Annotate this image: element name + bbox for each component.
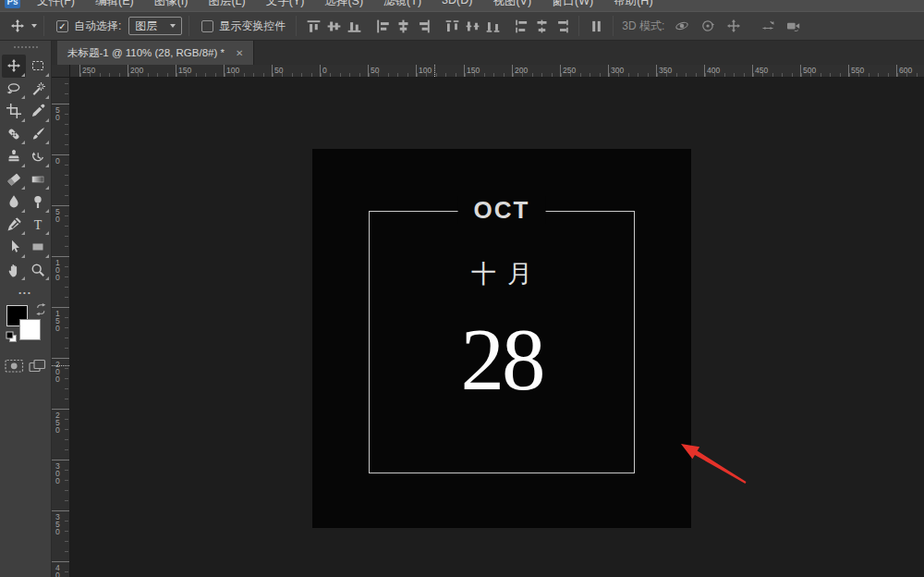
ruler-label: 100 — [419, 66, 432, 75]
distribute-bottom-icon[interactable] — [482, 16, 503, 36]
ruler-label: 0 — [322, 66, 327, 75]
tool-flyout-indicator — [45, 141, 49, 144]
menu-item[interactable]: 文件(F) — [27, 0, 85, 11]
align-top-icon[interactable] — [303, 16, 323, 36]
show-transform-checkbox[interactable] — [201, 20, 213, 32]
quick-mask-icon[interactable] — [5, 358, 24, 377]
ruler-tick — [79, 65, 80, 77]
rect-marquee-tool[interactable] — [26, 55, 50, 78]
color-swatches — [6, 302, 46, 347]
menu-item[interactable]: 图像(I) — [144, 0, 199, 11]
tool-flyout-indicator — [45, 254, 49, 258]
menu-item[interactable]: 编辑(E) — [85, 0, 144, 11]
hand-tool[interactable] — [2, 259, 26, 282]
ruler-label: 50 — [55, 208, 60, 223]
distribute-horizontal-center-icon[interactable] — [531, 16, 552, 36]
ruler-position-marker — [52, 365, 69, 366]
horizontal-ruler[interactable]: 2502001501005005010015020025030035040045… — [70, 65, 924, 78]
brush-tool[interactable] — [26, 123, 50, 146]
swap-colors-icon[interactable] — [35, 302, 46, 319]
align-horizontal-center-icon[interactable] — [393, 16, 413, 36]
dodge-tool[interactable] — [26, 190, 50, 214]
ruler-label: 250 — [82, 66, 95, 75]
move-tool[interactable] — [2, 55, 26, 78]
tool-flyout-indicator — [45, 164, 49, 167]
clone-stamp-tool[interactable] — [2, 145, 26, 168]
align-bottom-icon[interactable] — [344, 16, 364, 36]
panel-grip[interactable] — [14, 46, 38, 48]
ruler-tick — [800, 65, 801, 77]
auto-select-label: 自动选择: — [74, 18, 121, 34]
ruler-tick — [368, 65, 369, 77]
ruler-label: 250 — [55, 411, 60, 434]
pen-tool[interactable] — [2, 214, 26, 237]
tool-flyout-indicator — [21, 186, 25, 190]
align-vertical-center-icon[interactable] — [323, 16, 344, 36]
align-right-icon[interactable] — [413, 16, 433, 36]
ruler-tick — [416, 65, 417, 77]
distribute-right-icon[interactable] — [552, 16, 572, 36]
3d-pan-icon[interactable] — [723, 16, 744, 36]
menu-item[interactable]: 滤镜(T) — [373, 0, 432, 11]
eyedropper-tool[interactable] — [26, 100, 50, 123]
mode-3d-tools — [672, 16, 804, 36]
distribute-spacing-icon[interactable] — [586, 16, 606, 36]
ruler-tick — [52, 256, 69, 257]
distribute-vertical-center-icon[interactable] — [462, 16, 482, 36]
menu-item[interactable]: 文字(Y) — [256, 0, 315, 11]
tool-grid: T — [0, 55, 51, 281]
separator — [188, 16, 189, 36]
blur-tool[interactable] — [2, 190, 26, 214]
chevron-down-icon[interactable] — [31, 24, 37, 28]
align-left-icon[interactable] — [372, 16, 393, 36]
tool-flyout-indicator — [21, 118, 25, 122]
menu-item[interactable]: 选择(S) — [314, 0, 373, 11]
menu-item[interactable]: 3D(D) — [432, 0, 482, 11]
zoom-tool[interactable] — [26, 259, 50, 282]
ruler-label: 0 — [55, 157, 60, 165]
menu-item[interactable]: 视图(V) — [482, 0, 541, 11]
default-colors-icon[interactable] — [6, 330, 18, 347]
menu-item[interactable]: 帮助(H) — [603, 0, 663, 11]
move-tool-icon[interactable] — [7, 16, 28, 36]
canvas-pane[interactable]: OCT 十月 28 — [70, 78, 924, 577]
ruler-tick — [52, 561, 69, 562]
menu-item[interactable]: 图层(L) — [198, 0, 255, 11]
path-select-tool[interactable] — [2, 236, 26, 259]
ruler-label: 600 — [899, 66, 912, 75]
ruler-tick — [272, 65, 273, 77]
3d-camera-icon[interactable] — [784, 16, 804, 36]
rect-shape-tool[interactable] — [26, 236, 50, 259]
eraser-tool[interactable] — [2, 168, 26, 191]
close-icon[interactable]: ✕ — [236, 48, 243, 58]
spot-healing-tool[interactable] — [2, 123, 26, 146]
auto-select-checkbox[interactable]: ✓ — [56, 20, 68, 32]
screen-mode-icon[interactable] — [29, 359, 46, 377]
magic-wand-tool[interactable] — [26, 78, 50, 101]
history-brush-tool[interactable] — [26, 145, 50, 168]
crop-tool[interactable] — [2, 100, 26, 123]
tab-bar: 未标题-1 @ 110% (28, RGB/8#) * ✕ — [52, 41, 924, 65]
3d-roll-icon[interactable] — [698, 16, 718, 36]
ruler-corner[interactable] — [52, 65, 70, 78]
tool-flyout-indicator — [45, 209, 49, 213]
document-canvas[interactable]: OCT 十月 28 — [312, 149, 691, 528]
3d-orbit-icon[interactable] — [672, 16, 692, 36]
gradient-tool[interactable] — [26, 168, 50, 191]
distribute-left-icon[interactable] — [511, 16, 531, 36]
document-tab[interactable]: 未标题-1 @ 110% (28, RGB/8#) * ✕ — [57, 41, 254, 65]
ruler-label: 300 — [611, 66, 624, 75]
options-bar: ✓ 自动选择: 图层 显示变换控件 3D 模式: — [0, 11, 924, 41]
auto-select-target-dropdown[interactable]: 图层 — [128, 17, 182, 35]
ruler-label: 400 — [55, 564, 60, 577]
type-tool[interactable]: T — [26, 214, 50, 237]
3d-slide-icon[interactable] — [758, 16, 778, 36]
ruler-tick — [52, 154, 69, 155]
distribute-top-icon[interactable] — [442, 16, 462, 36]
edit-toolbar-icon[interactable]: ••• — [0, 288, 51, 297]
vertical-ruler[interactable]: 50050100150200250300350400 — [52, 78, 70, 577]
background-color-swatch[interactable] — [19, 319, 41, 340]
lasso-tool[interactable] — [2, 78, 26, 101]
tool-flyout-indicator — [21, 231, 25, 235]
menu-item[interactable]: 窗口(W) — [541, 0, 603, 11]
